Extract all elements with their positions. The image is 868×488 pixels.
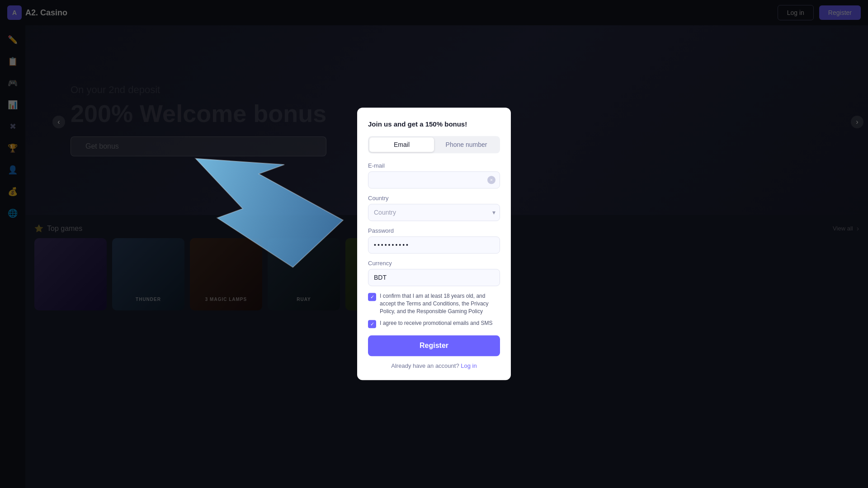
modal-backdrop: × Join us and get a 150% bonus! Email Ph… (0, 0, 868, 488)
email-input-wrap: × (368, 171, 500, 188)
currency-display: BDT (368, 269, 500, 286)
already-account-text: Already have an account? (391, 363, 459, 370)
checkbox-promo-group: ✓ I agree to receive promotional emails … (368, 320, 500, 328)
email-label: E-mail (368, 162, 500, 169)
login-link[interactable]: Log in (461, 363, 476, 370)
password-input[interactable] (368, 236, 500, 253)
tab-switcher: Email Phone number (368, 136, 500, 153)
currency-label: Currency (368, 260, 500, 267)
country-form-group: Country Country Bangladesh United States… (368, 195, 500, 221)
email-clear-button[interactable]: × (487, 176, 495, 184)
checkbox-terms-label: I confirm that I am at least 18 years ol… (380, 292, 500, 315)
modal-title: Join us and get a 150% bonus! (368, 120, 500, 128)
already-account-section: Already have an account? Log in (368, 363, 500, 370)
checkbox-promo-label: I agree to receive promotional emails an… (380, 320, 492, 328)
checkbox-terms-group: ✓ I confirm that I am at least 18 years … (368, 292, 500, 315)
country-select-wrap: Country Bangladesh United States United … (368, 204, 500, 221)
registration-modal: × Join us and get a 150% bonus! Email Ph… (357, 108, 511, 380)
password-label: Password (368, 227, 500, 234)
tab-phone[interactable]: Phone number (434, 137, 499, 152)
checkbox-terms[interactable]: ✓ (368, 293, 376, 301)
email-form-group: E-mail × (368, 162, 500, 188)
currency-form-group: Currency BDT (368, 260, 500, 286)
country-select[interactable]: Country Bangladesh United States United … (368, 204, 500, 221)
tab-email[interactable]: Email (369, 137, 434, 152)
register-submit-button[interactable]: Register (368, 336, 500, 357)
password-form-group: Password (368, 227, 500, 253)
email-input[interactable] (368, 171, 500, 188)
checkbox-promo[interactable]: ✓ (368, 320, 376, 328)
country-label: Country (368, 195, 500, 202)
